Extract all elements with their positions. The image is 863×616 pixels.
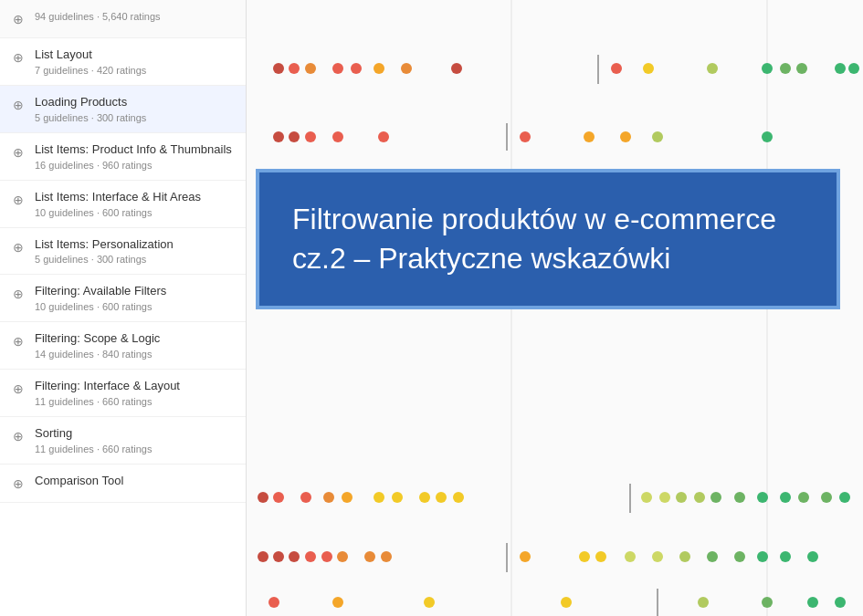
svg-point-79 — [807, 597, 818, 608]
sidebar-item-personalization[interactable]: ⊕ List Items: Personalization 5 guidelin… — [0, 228, 246, 276]
sidebar-loading-meta: 5 guidelines · 300 ratings — [35, 112, 233, 123]
svg-point-28 — [652, 131, 663, 142]
svg-point-31 — [273, 492, 284, 503]
svg-point-52 — [258, 551, 268, 562]
circle-icon-11: ⊕ — [9, 475, 27, 493]
sidebar-interface-title: List Items: Interface & Hit Areas — [35, 190, 233, 205]
svg-point-18 — [848, 63, 859, 74]
svg-point-4 — [305, 63, 316, 74]
sidebar-item-available-filters[interactable]: ⊕ Filtering: Available Filters 10 guidel… — [0, 275, 246, 322]
svg-point-44 — [694, 492, 705, 503]
svg-point-2 — [273, 63, 284, 74]
sidebar-sorting-title: Sorting — [35, 426, 233, 442]
sidebar-item-product-info[interactable]: ⊕ List Items: Product Info & Thumbnails … — [0, 133, 246, 181]
svg-point-42 — [659, 492, 670, 503]
svg-point-14 — [762, 63, 773, 74]
sidebar-interface-meta: 10 guidelines · 600 ratings — [35, 207, 233, 218]
sidebar-list-layout-meta: 7 guidelines · 420 ratings — [35, 65, 233, 76]
sidebar-item-scope-logic[interactable]: ⊕ Filtering: Scope & Logic 14 guidelines… — [0, 322, 246, 370]
svg-point-59 — [381, 551, 392, 562]
svg-point-80 — [835, 597, 846, 608]
svg-point-27 — [620, 131, 631, 142]
sidebar: ⊕ 94 guidelines · 5,640 ratings ⊕ List L… — [0, 0, 247, 616]
svg-point-58 — [364, 551, 375, 562]
svg-point-62 — [579, 551, 590, 562]
sidebar-sorting-meta: 11 guidelines · 660 ratings — [35, 444, 233, 454]
svg-point-26 — [584, 131, 595, 142]
svg-point-55 — [305, 551, 316, 562]
svg-point-19 — [273, 131, 284, 142]
chart-area: Filtrowanie produktów w e-commerce cz.2 … — [247, 0, 863, 616]
svg-point-46 — [734, 492, 745, 503]
svg-point-25 — [520, 131, 531, 142]
svg-point-8 — [401, 63, 412, 74]
svg-point-33 — [323, 492, 334, 503]
svg-point-56 — [321, 551, 332, 562]
svg-point-74 — [424, 597, 435, 608]
circle-icon-4: ⊕ — [9, 143, 27, 162]
svg-point-75 — [561, 597, 572, 608]
sidebar-personalization-meta: 5 guidelines · 300 ratings — [35, 254, 233, 265]
svg-point-57 — [337, 551, 348, 562]
svg-point-64 — [625, 551, 636, 562]
svg-point-48 — [780, 492, 791, 503]
sidebar-list-layout-title: List Layout — [35, 47, 233, 63]
svg-point-73 — [332, 597, 343, 608]
svg-point-7 — [374, 63, 384, 74]
svg-point-12 — [643, 63, 654, 74]
svg-point-67 — [707, 551, 718, 562]
sidebar-item-interface[interactable]: ⊕ List Items: Interface & Hit Areas 10 g… — [0, 181, 246, 228]
svg-point-32 — [300, 492, 311, 503]
svg-point-51 — [839, 492, 850, 503]
svg-point-69 — [757, 551, 768, 562]
svg-point-6 — [351, 63, 362, 74]
sidebar-product-info-meta: 16 guidelines · 960 ratings — [35, 160, 233, 171]
svg-point-54 — [289, 551, 300, 562]
svg-point-23 — [378, 131, 389, 142]
svg-point-39 — [453, 492, 464, 503]
circle-icon-7: ⊕ — [9, 285, 27, 303]
svg-point-17 — [835, 63, 846, 74]
svg-point-43 — [676, 492, 687, 503]
sidebar-item-comparison-tool[interactable]: ⊕ Comparison Tool — [0, 465, 246, 503]
svg-point-71 — [807, 551, 818, 562]
svg-point-35 — [374, 492, 384, 503]
svg-point-20 — [289, 131, 300, 142]
svg-point-77 — [698, 597, 709, 608]
main-area: Filtrowanie produktów w e-commerce cz.2 … — [247, 0, 863, 616]
svg-point-66 — [679, 551, 690, 562]
sidebar-product-info-title: List Items: Product Info & Thumbnails — [35, 142, 233, 158]
sidebar-scope-title: Filtering: Scope & Logic — [35, 331, 233, 347]
sidebar-available-filters-meta: 10 guidelines · 600 ratings — [35, 301, 233, 312]
svg-point-11 — [611, 63, 622, 74]
svg-point-36 — [392, 492, 403, 503]
svg-point-49 — [798, 492, 809, 503]
svg-point-9 — [451, 63, 462, 74]
svg-point-29 — [762, 131, 773, 142]
sidebar-item-filtering-interface[interactable]: ⊕ Filtering: Interface & Layout 11 guide… — [0, 370, 246, 417]
circle-icon-8: ⊕ — [9, 332, 27, 350]
sidebar-top-meta: 94 guidelines · 5,640 ratings — [35, 11, 233, 22]
svg-point-72 — [268, 597, 279, 608]
svg-point-16 — [796, 63, 807, 74]
svg-point-63 — [595, 551, 606, 562]
sidebar-item-sorting[interactable]: ⊕ Sorting 11 guidelines · 660 ratings — [0, 417, 246, 465]
circle-icon: ⊕ — [9, 10, 27, 28]
circle-icon-9: ⊕ — [9, 380, 27, 398]
svg-point-5 — [332, 63, 343, 74]
sidebar-loading-title: Loading Products — [35, 95, 233, 110]
sidebar-item-list-layout[interactable]: ⊕ List Layout 7 guidelines · 420 ratings — [0, 38, 246, 86]
svg-point-68 — [734, 551, 745, 562]
svg-point-47 — [757, 492, 768, 503]
svg-point-37 — [419, 492, 430, 503]
svg-point-13 — [707, 63, 718, 74]
sidebar-item-top[interactable]: ⊕ 94 guidelines · 5,640 ratings — [0, 0, 246, 38]
sidebar-personalization-title: List Items: Personalization — [35, 237, 233, 253]
svg-point-21 — [305, 131, 316, 142]
svg-point-15 — [780, 63, 791, 74]
sidebar-item-loading-products[interactable]: ⊕ Loading Products 5 guidelines · 300 ra… — [0, 86, 246, 133]
circle-icon-2: ⊕ — [9, 48, 27, 67]
svg-point-30 — [258, 492, 268, 503]
sidebar-comparison-title: Comparison Tool — [35, 474, 233, 489]
svg-point-53 — [273, 551, 284, 562]
